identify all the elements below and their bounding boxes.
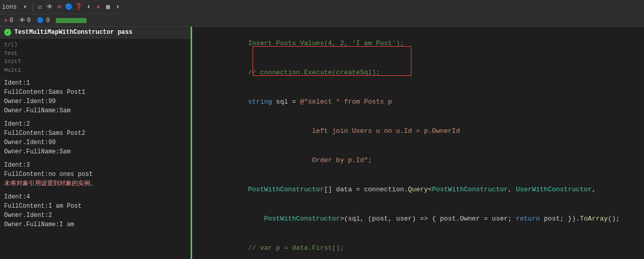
code-content-2: // connection.Execute(createSql); (192, 58, 640, 87)
breadcrumb-area: t/() Test InitT Multi (4, 41, 186, 74)
test-block-4: Ident:4 FullContent:I am Post Owner.Iden… (4, 192, 186, 229)
block2-line3: Owner.Ident:99 (4, 138, 186, 147)
info-icon[interactable]: 🔵 (65, 3, 73, 11)
grid-icon[interactable]: ▦ (104, 3, 112, 11)
code-line-2: // connection.Execute(createSql); (192, 58, 644, 87)
toolbar: ions ▾ ☑ 👁 ⊘ 🔵 ❓ ⬇ ✕ ▦ ⬆ (0, 0, 644, 14)
info-number: 0 (46, 17, 50, 24)
block3-error: 未将对象引用设置到对象的实例。 (4, 179, 186, 188)
warning-number: 0 (27, 17, 31, 24)
block2-line2: FullContent:Sams Post2 (4, 129, 186, 138)
question-icon[interactable]: ❓ (75, 3, 83, 11)
circle-icon[interactable]: ⊘ (55, 3, 64, 11)
code-content-3: string sql = @"select * from Posts p (192, 87, 640, 116)
sub-breadcrumb1: Test (4, 49, 186, 58)
block1-line2: FullContent:Sams Post1 (4, 88, 186, 97)
test-block-2: Ident:2 FullContent:Sams Post2 Owner.Ide… (4, 119, 186, 156)
error-count: ✕ 0 (4, 17, 13, 24)
code-content-7: PostWithConstructor>(sql, (post, user) =… (192, 204, 640, 233)
block4-line3: Owner.Ident:2 (4, 211, 186, 220)
block2-line4: Owner.FullName:Sam (4, 147, 186, 156)
info-status-icon: 🔵 (37, 17, 44, 24)
block2-line1: Ident:2 (4, 119, 186, 129)
test-header: ✓ TestMultiMapWithConstructor pass (0, 27, 191, 38)
code-editor[interactable]: Insert Posts Values(4, 2, 'I am Post'); … (192, 27, 644, 259)
code-line-3: string sql = @"select * from Posts p (192, 87, 644, 116)
test-block-3: Ident:3 FullContent:no ones post 未将对象引用设… (4, 161, 186, 188)
code-content-4: left join Users u on u.Id = p.OwnerId (192, 116, 640, 146)
close-icon[interactable]: ✕ (94, 3, 102, 11)
code-line-4: left join Users u on u.Id = p.OwnerId (192, 116, 644, 146)
sub-breadcrumb2: InitT (4, 57, 186, 66)
code-line-7: PostWithConstructor>(sql, (post, user) =… (192, 204, 644, 233)
block1-line3: Owner.Ident:99 (4, 97, 186, 106)
toolbar-icons: ☑ 👁 ⊘ 🔵 ❓ ⬇ ✕ ▦ ⬆ (36, 3, 122, 11)
code-content-8: // var p = data.First(); (192, 233, 640, 259)
sub-breadcrumb3: Multi (4, 66, 186, 75)
warning-icon: 👁 (19, 17, 25, 24)
block4-line2: FullContent:I am Post (4, 202, 186, 211)
code-line-5: Order by p.Id"; (192, 146, 644, 175)
pass-icon: ✓ (4, 29, 11, 36)
check-icon[interactable]: ☑ (36, 3, 44, 11)
block1-line1: Ident:1 (4, 78, 186, 88)
code-line-8: // var p = data.First(); (192, 233, 644, 259)
dropdown-icon[interactable]: ▾ (21, 3, 29, 11)
block4-line4: Owner.FullName:I am (4, 220, 186, 229)
download-icon[interactable]: ⬇ (85, 3, 93, 11)
progress-bar (56, 18, 87, 23)
code-content-6: PostWithConstructor[] data = connection.… (192, 175, 640, 204)
error-number: 0 (10, 17, 13, 24)
eye-icon[interactable]: 👁 (46, 3, 54, 11)
block1-line4: Owner.FullName:Sam (4, 106, 186, 115)
warning-count: 👁 0 (19, 17, 31, 24)
up-icon[interactable]: ⬆ (114, 3, 122, 11)
breadcrumb-line: t/() (4, 41, 186, 49)
info-count: 🔵 0 (37, 17, 50, 24)
code-content-1: Insert Posts Values(4, 2, 'I am Post'); (192, 29, 640, 58)
right-panel: Insert Posts Values(4, 2, 'I am Post'); … (192, 27, 644, 259)
toolbar-separator (32, 3, 33, 11)
test-block-1: Ident:1 FullContent:Sams Post1 Owner.Ide… (4, 78, 186, 115)
block3-line2: FullContent:no ones post (4, 170, 186, 179)
status-bar: ✕ 0 👁 0 🔵 0 (0, 14, 644, 27)
error-icon: ✕ (4, 17, 8, 24)
toolbar-title: ions (2, 4, 17, 11)
breadcrumb-t: t/() (4, 42, 17, 48)
code-content-5: Order by p.Id"; (192, 146, 640, 175)
block3-line1: Ident:3 (4, 161, 186, 170)
main-content: ✓ TestMultiMapWithConstructor pass t/() … (0, 27, 644, 259)
code-line-6: PostWithConstructor[] data = connection.… (192, 175, 644, 204)
left-panel: ✓ TestMultiMapWithConstructor pass t/() … (0, 27, 192, 259)
test-title: TestMultiMapWithConstructor pass (14, 29, 132, 36)
code-line-1: Insert Posts Values(4, 2, 'I am Post'); (192, 29, 644, 58)
block4-line1: Ident:4 (4, 192, 186, 202)
test-output[interactable]: t/() Test InitT Multi Ident:1 FullConten… (0, 38, 191, 259)
